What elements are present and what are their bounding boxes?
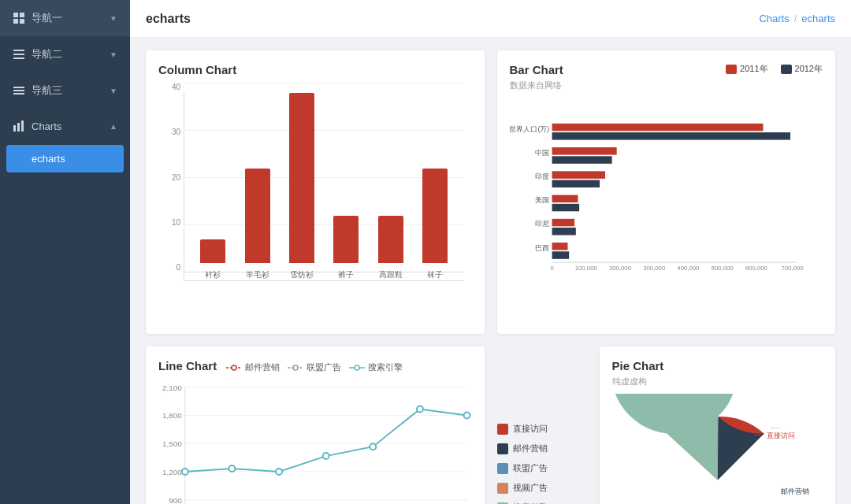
col-label-羊毛衫: 羊毛衫	[246, 269, 269, 280]
breadcrumb-current: echarts	[801, 13, 835, 24]
bar-chart-title: Bar Chart	[510, 63, 563, 76]
svg-text:巴西: 巴西	[535, 244, 549, 252]
pie-chart-card: Pie Chart 纯虚虚构	[600, 346, 836, 504]
y-label-20: 20	[158, 173, 180, 182]
charts-chevron: ▲	[110, 122, 117, 131]
svg-rect-12	[21, 120, 24, 132]
svg-text:1,800: 1,800	[162, 411, 182, 420]
header: echarts Charts / echarts	[130, 0, 851, 38]
svg-point-64	[417, 406, 423, 412]
col-bar-裤子	[333, 216, 359, 263]
svg-rect-23	[552, 195, 578, 203]
col-bar-衬衫	[200, 239, 225, 263]
sidebar-item-nav2[interactable]: 导航二 ▼	[0, 36, 130, 72]
svg-rect-0	[13, 13, 18, 17]
svg-text:邮件营销: 邮件营销	[781, 487, 809, 495]
col-bar-群-羊毛衫: 羊毛衫	[245, 169, 270, 280]
svg-point-59	[182, 469, 188, 475]
legend-2012: 2012年	[781, 63, 823, 75]
col-bar-雪纺衫	[289, 93, 314, 263]
col-bar-群-裤子: 裤子	[333, 216, 359, 280]
svg-rect-5	[13, 54, 24, 55]
svg-rect-7	[13, 87, 24, 88]
pie-color-direct	[497, 424, 508, 435]
svg-rect-9	[13, 93, 24, 94]
col-bar-群-雪纺衫: 雪纺衫	[289, 93, 314, 280]
charts-label: Charts	[32, 120, 61, 132]
svg-text:700,000: 700,000	[781, 265, 804, 272]
pie-label-video: 视频广告	[513, 482, 548, 494]
svg-text:600,000: 600,000	[745, 265, 767, 272]
pie-legend-email: 邮件营销	[497, 443, 600, 454]
svg-text:500,000: 500,000	[711, 265, 734, 272]
sidebar-item-echarts[interactable]: echarts	[6, 145, 124, 172]
menu-icon	[13, 84, 25, 97]
line-legend-search-label: 搜索引擎	[368, 361, 403, 373]
column-chart-title: Column Chart	[158, 63, 472, 76]
svg-text:400,000: 400,000	[677, 265, 700, 272]
svg-point-61	[276, 469, 282, 475]
y-label-10: 10	[158, 218, 180, 227]
pie-legend-video: 视频广告	[497, 482, 600, 494]
svg-rect-10	[13, 125, 16, 132]
svg-text:世界人口(万): 世界人口(万)	[510, 125, 549, 133]
line-legend-search: 搜索引擎	[349, 361, 403, 373]
col-bar-高跟鞋	[378, 216, 403, 263]
line-legend-union: 联盟广告	[288, 361, 341, 373]
pie-label-union: 联盟广告	[513, 462, 548, 474]
svg-text:1,200: 1,200	[162, 468, 182, 476]
nav3-label: 导航三	[32, 83, 62, 98]
svg-rect-24	[552, 204, 579, 212]
col-bar-群-袜子: 袜子	[422, 169, 448, 280]
main-content: echarts Charts / echarts Column Chart 40…	[130, 0, 851, 504]
column-chart-area: 40 30 20 10 0	[158, 83, 472, 303]
svg-text:1,500: 1,500	[162, 439, 182, 448]
svg-rect-1	[20, 13, 24, 17]
pie-chart-title: Pie Chart	[612, 359, 823, 372]
line-chart-card: Line Chart 邮件营销 联盟广告 搜索引擎	[146, 346, 485, 504]
breadcrumb-sep: /	[794, 13, 797, 24]
svg-text:印度: 印度	[535, 172, 549, 180]
line-chart-svg: 2,100 1,800 1,500 1,200 900 600	[158, 380, 472, 504]
col-label-雪纺衫: 雪纺衫	[290, 269, 314, 280]
breadcrumb-charts[interactable]: Charts	[759, 13, 789, 24]
col-bar-群-衬衫: 衬衫	[200, 239, 225, 280]
svg-rect-14	[552, 124, 763, 132]
col-bar-羊毛衫	[245, 169, 270, 263]
svg-point-60	[229, 465, 235, 472]
col-label-袜子: 袜子	[427, 269, 443, 280]
line-legend-email-label: 邮件营销	[245, 361, 280, 373]
pie-color-video	[497, 483, 508, 494]
svg-text:300,000: 300,000	[643, 265, 666, 272]
col-label-衬衫: 衬衫	[205, 269, 221, 280]
list-icon	[13, 48, 25, 61]
svg-point-45	[355, 365, 359, 370]
svg-rect-21	[552, 180, 599, 188]
pie-color-email	[497, 443, 508, 454]
svg-rect-4	[13, 50, 24, 51]
nav3-chevron: ▼	[110, 87, 117, 95]
svg-rect-26	[552, 219, 574, 227]
col-bar-袜子	[422, 169, 448, 263]
sidebar-item-nav1[interactable]: 导航一 ▼	[0, 0, 130, 36]
svg-rect-15	[552, 132, 790, 140]
pie-label-direct: 直接访问	[513, 423, 548, 435]
svg-rect-30	[552, 251, 569, 259]
line-legend: 邮件营销 联盟广告 搜索引擎	[226, 361, 403, 373]
pie-label-email: 邮件营销	[513, 443, 548, 454]
svg-point-62	[323, 453, 329, 459]
sidebar-item-charts[interactable]: Charts ▲	[0, 109, 130, 143]
svg-rect-11	[17, 123, 20, 132]
legend-2012-label: 2012年	[795, 63, 823, 75]
sidebar-item-nav3[interactable]: 导航三 ▼	[0, 72, 130, 109]
col-label-高跟鞋: 高跟鞋	[379, 269, 403, 280]
svg-text:0: 0	[550, 265, 554, 272]
bar-chart-subtitle: 数据来自网络	[510, 80, 563, 91]
svg-rect-29	[552, 243, 567, 250]
svg-text:200,000: 200,000	[608, 265, 631, 272]
svg-rect-18	[552, 156, 611, 164]
svg-text:中国: 中国	[535, 149, 549, 157]
legend-2011: 2011年	[726, 63, 767, 75]
breadcrumb: Charts / echarts	[759, 13, 835, 24]
line-chart-title: Line Chart	[158, 359, 217, 372]
